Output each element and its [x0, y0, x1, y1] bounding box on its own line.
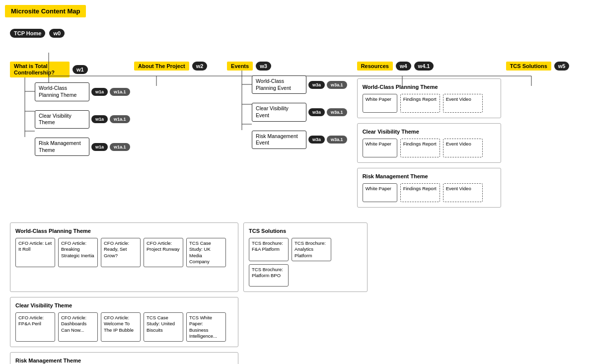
- cve-node[interactable]: Clear Visibility Event: [252, 103, 306, 121]
- wcpt-item-3[interactable]: CFO Article: Project Runway: [144, 238, 183, 267]
- cvt-node[interactable]: Clear Visibility Theme: [35, 110, 89, 129]
- resources-wcpt-panel: World-Class Planning Theme White Paper F…: [357, 78, 501, 118]
- content-tcs-panel: TCS Solutions TCS Brochure: F&A Platform…: [243, 222, 368, 292]
- tcs-solutions-col: TCS Solutions w5: [506, 62, 585, 71]
- content-tcs-items: TCS Brochure: F&A Platform TCS Brochure:…: [249, 238, 362, 287]
- cvt-findings-report[interactable]: Findings Report: [400, 139, 440, 157]
- cvt-item-4[interactable]: TCS White Paper: Business Intelligence..…: [186, 312, 226, 342]
- wcpe-row: World-Class Planning Event w3a w3a.1: [252, 75, 347, 94]
- wcpt-item-2[interactable]: CFO Article: Ready, Set Grow?: [101, 238, 141, 267]
- content-cvt-panel: Clear Visibility Theme CFO Article: FP&A…: [10, 297, 238, 347]
- w3a-2-badge[interactable]: w3a: [308, 108, 325, 116]
- rme-node[interactable]: Risk Management Event: [252, 131, 306, 149]
- w3a-1-badge[interactable]: w3a: [308, 81, 325, 89]
- tcp-home-row: TCP Home w0: [10, 29, 585, 38]
- w0-badge[interactable]: w0: [49, 29, 65, 38]
- content-tcs-title: TCS Solutions: [249, 228, 362, 234]
- tcs-solutions-badge[interactable]: TCS Solutions: [506, 62, 551, 71]
- w3-badge[interactable]: w3: [256, 62, 271, 71]
- rmt-white-paper[interactable]: White Paper: [363, 183, 397, 202]
- about-project-badge[interactable]: About The Project: [134, 62, 189, 71]
- w4-1-badge[interactable]: w4.1: [414, 62, 434, 71]
- w1a-1-badge[interactable]: w1a: [91, 88, 108, 96]
- resources-rmt-items: White Paper Findings Report Event Video: [363, 183, 496, 202]
- what-is-total-col: What is Total Controllership? w1 World-C…: [10, 62, 119, 156]
- wcpt-findings-report[interactable]: Findings Report: [400, 94, 440, 113]
- wcpt-item-4[interactable]: TCS Case Study: UK Media Company: [186, 238, 226, 267]
- w1a1-2-badge[interactable]: w1a.1: [110, 115, 130, 123]
- page-title: Microsite Content Map: [5, 5, 86, 17]
- rmt-findings-report[interactable]: Findings Report: [400, 183, 440, 202]
- rme-row: Risk Management Event w3a w3a.1: [252, 131, 347, 149]
- wcpt-item-0[interactable]: CFO Article: Let It Roll: [15, 238, 55, 267]
- resources-col: Resources w4 w4.1 World-Class Planning T…: [357, 62, 501, 208]
- w2-badge[interactable]: w2: [192, 62, 208, 71]
- w1a-2-badge[interactable]: w1a: [91, 115, 108, 123]
- cvt-item-0[interactable]: CFO Article: FP&A Peril: [15, 312, 55, 342]
- wcpt-node[interactable]: World-Class Planning Theme: [35, 82, 89, 101]
- bottom-panels-row2: Clear Visibility Theme CFO Article: FP&A…: [10, 297, 585, 347]
- w1-badge[interactable]: w1: [73, 65, 88, 74]
- wcpe-node[interactable]: World-Class Planning Event: [252, 75, 306, 94]
- resources-wcpt-title: World-Class Planning Theme: [363, 84, 496, 90]
- w3a1-2-badge[interactable]: w3a.1: [327, 108, 347, 116]
- w1a1-3-badge[interactable]: w1a.1: [110, 143, 130, 151]
- events-col: Events w3 World-Class Planning Event w3a…: [227, 62, 347, 149]
- content-wcpt-panel: World-Class Planning Theme CFO Article: …: [10, 222, 238, 292]
- resources-cvt-items: White Paper Findings Report Event Video: [363, 139, 496, 157]
- resources-sub-panel: World-Class Planning Theme White Paper F…: [357, 78, 501, 208]
- about-project-col: About The Project w2: [134, 62, 222, 71]
- resources-badge[interactable]: Resources: [357, 62, 393, 71]
- content-rmt-title: Risk Management Theme: [15, 358, 233, 364]
- cvt-event-video[interactable]: Event Video: [443, 139, 483, 157]
- rmt-row: Risk Management Theme w1a w1a.1: [35, 138, 130, 156]
- wcpt-white-paper[interactable]: White Paper: [363, 94, 397, 113]
- main-nav-row: What is Total Controllership? w1 World-C…: [10, 62, 585, 208]
- cve-row: Clear Visibility Event w3a w3a.1: [252, 103, 347, 121]
- wcpt-row: World-Class Planning Theme w1a w1a.1: [35, 82, 130, 101]
- content-cvt-title: Clear Visibility Theme: [15, 302, 233, 308]
- tcs-item-2[interactable]: TCS Brochure: Platform BPO: [249, 264, 289, 287]
- content-cvt-items: CFO Article: FP&A Peril CFO Article: Das…: [15, 312, 233, 342]
- content-wcpt-title: World-Class Planning Theme: [15, 228, 233, 234]
- w3a-3-badge[interactable]: w3a: [308, 136, 325, 144]
- cvt-white-paper[interactable]: White Paper: [363, 139, 397, 157]
- w1a1-1-badge[interactable]: w1a.1: [110, 88, 130, 96]
- w4-badge[interactable]: w4: [396, 62, 411, 71]
- cvt-row: Clear Visibility Theme w1a w1a.1: [35, 110, 130, 129]
- tcp-home-badge[interactable]: TCP Home: [10, 29, 45, 38]
- rmt-event-video[interactable]: Event Video: [443, 183, 483, 202]
- content-wcpt-items: CFO Article: Let It Roll CFO Article: Br…: [15, 238, 233, 267]
- resources-rmt-panel: Risk Management Theme White Paper Findin…: [357, 168, 501, 208]
- what-is-total-sub: World-Class Planning Theme w1a w1a.1 Cle…: [35, 82, 130, 156]
- resources-cvt-title: Clear Visibility Theme: [363, 129, 496, 135]
- resources-rmt-title: Risk Management Theme: [363, 173, 496, 179]
- cvt-item-1[interactable]: CFO Article: Dashboards Can Now...: [58, 312, 98, 342]
- bottom-panels: World-Class Planning Theme CFO Article: …: [10, 222, 585, 292]
- events-badge[interactable]: Events: [227, 62, 253, 71]
- cvt-item-2[interactable]: CFO Article: Welcome To The IP Bubble: [101, 312, 141, 342]
- resources-wcpt-items: White Paper Findings Report Event Video: [363, 94, 496, 113]
- what-is-total-badge[interactable]: What is Total Controllership?: [10, 62, 70, 77]
- w5-badge[interactable]: w5: [554, 62, 570, 71]
- wcpt-item-1[interactable]: CFO Article: Breaking Strategic Inertia: [58, 238, 98, 267]
- wcpt-event-video[interactable]: Event Video: [443, 94, 483, 113]
- events-sub: World-Class Planning Event w3a w3a.1 Cle…: [252, 75, 347, 149]
- tcs-item-1[interactable]: TCS Brochure: Analytics Platform: [292, 238, 331, 261]
- w3a1-1-badge[interactable]: w3a.1: [327, 81, 347, 89]
- tcs-item-0[interactable]: TCS Brochure: F&A Platform: [249, 238, 289, 261]
- w1a-3-badge[interactable]: w1a: [91, 143, 108, 151]
- cvt-item-3[interactable]: TCS Case Study: United Biscuits: [144, 312, 183, 342]
- rmt-node[interactable]: Risk Management Theme: [35, 138, 89, 156]
- bottom-panels-row3: Risk Management Theme CFO Article: Very …: [10, 352, 585, 364]
- content-rmt-panel: Risk Management Theme CFO Article: Very …: [10, 352, 238, 364]
- resources-cvt-panel: Clear Visibility Theme White Paper Findi…: [357, 123, 501, 163]
- w3a1-3-badge[interactable]: w3a.1: [327, 136, 347, 144]
